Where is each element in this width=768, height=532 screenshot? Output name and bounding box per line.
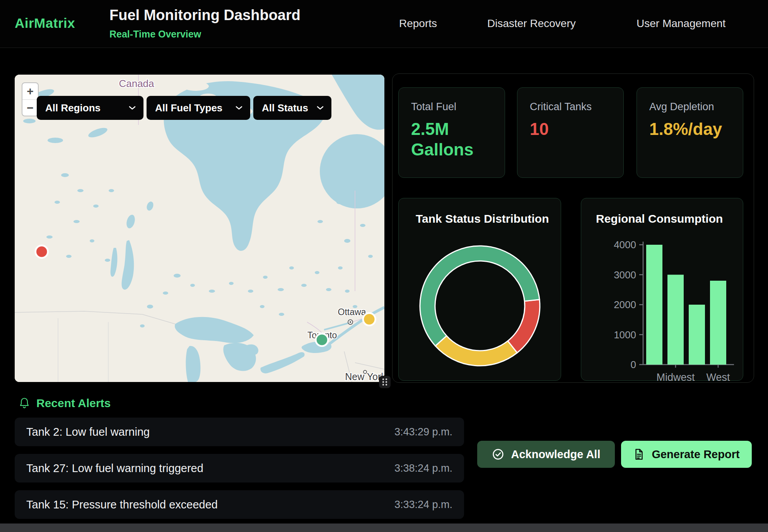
region-filter-select[interactable]: All Regions — [37, 96, 143, 120]
bar-chart: 01000200030004000MidwestWest — [581, 198, 744, 381]
alert-list-item: Tank 27: Low fuel warning triggered 3:38… — [15, 454, 464, 483]
check-circle-icon — [492, 448, 504, 460]
donut-segment-warning — [435, 336, 517, 366]
recent-alerts-header: Recent Alerts — [19, 397, 111, 410]
status-filter-select[interactable]: All Status — [253, 96, 331, 120]
map-zoom-out-button[interactable]: − — [22, 99, 38, 116]
y-axis-tick-label: 4000 — [614, 239, 636, 251]
alert-timestamp: 3:38:24 p.m. — [394, 462, 452, 474]
stat-value: 2.5M Gallons — [411, 119, 492, 160]
page-title: Fuel Monitoring Dashboard — [109, 7, 300, 24]
resize-grip[interactable] — [379, 376, 391, 388]
alert-timestamp: 3:33:24 p.m. — [394, 499, 452, 511]
stat-value: 1.8%/​day — [649, 119, 730, 140]
alert-message: Tank 27: Low fuel warning triggered — [26, 462, 203, 475]
y-axis-tick-label: 2000 — [614, 299, 636, 310]
tank-status-distribution-card: Tank Status Distribution — [398, 198, 561, 381]
nav-item-disaster-recovery[interactable]: Disaster Recovery — [487, 17, 576, 30]
alerts-section-title: Recent Alerts — [36, 397, 111, 410]
tank-marker-normal[interactable] — [316, 334, 328, 346]
chart-title: Tank Status Distribution — [416, 212, 549, 225]
fuel-monitoring-dashboard: AirMatrix Fuel Monitoring Dashboard Real… — [0, 0, 768, 532]
map-label-ottawa: Ottawa — [338, 307, 366, 317]
tank-map-panel[interactable]: Canada Ottawa Toronto New York + − All R… — [15, 75, 384, 382]
map-filter-bar: All Regions All Fuel Types All Status — [37, 96, 331, 120]
chevron-down-icon — [317, 106, 324, 110]
alert-timestamp: 3:43:29 p.m. — [394, 426, 452, 438]
donut-segment-critical — [508, 300, 540, 353]
x-axis-tick-label: Midwest — [656, 372, 695, 381]
nav-item-user-management[interactable]: User Management — [637, 17, 725, 30]
stat-label: Total Fuel — [411, 101, 492, 113]
top-navigation-bar: AirMatrix Fuel Monitoring Dashboard Real… — [0, 0, 768, 48]
regional-consumption-card: Regional Consumption 01000200030004000Mi… — [581, 198, 743, 381]
map-zoom-control: + − — [22, 82, 39, 116]
alert-message: Tank 15: Pressure threshold exceeded — [26, 498, 218, 511]
stat-card-total-fuel: Total Fuel 2.5M Gallons — [398, 87, 505, 178]
x-axis-tick-label: West — [706, 372, 730, 381]
chevron-down-icon — [236, 106, 242, 110]
stat-value: 10 — [530, 119, 611, 140]
status-filter-value: All Status — [262, 102, 308, 114]
nav-item-reports[interactable]: Reports — [399, 17, 437, 30]
consumption-bar — [646, 245, 662, 365]
document-icon — [633, 448, 645, 460]
tank-marker-warning[interactable] — [363, 313, 375, 326]
stat-label: Critical Tanks — [530, 101, 611, 113]
y-axis-tick-label: 3000 — [614, 269, 636, 281]
brand-logo: AirMatrix — [15, 15, 75, 31]
alert-list-item: Tank 2: Low fuel warning 3:43:29 p.m. — [15, 418, 464, 446]
horizontal-scrollbar[interactable] — [0, 523, 768, 532]
y-axis-tick-label: 1000 — [614, 329, 636, 341]
generate-report-label: Generate Report — [652, 448, 739, 461]
alert-message: Tank 2: Low fuel warning — [26, 426, 150, 438]
fuel-type-filter-value: All Fuel Types — [155, 102, 222, 114]
bell-icon — [19, 397, 30, 409]
fuel-type-filter-select[interactable]: All Fuel Types — [147, 96, 250, 120]
stat-card-critical-tanks: Critical Tanks 10 — [517, 87, 624, 178]
grip-dots-icon — [381, 377, 389, 387]
stat-label: Avg Depletion — [649, 101, 730, 113]
map-zoom-in-button[interactable]: + — [22, 83, 38, 99]
consumption-bar — [667, 275, 684, 365]
acknowledge-all-label: Acknowledge All — [511, 448, 601, 461]
consumption-bar — [689, 305, 705, 365]
acknowledge-all-button[interactable]: Acknowledge All — [477, 441, 615, 468]
tank-marker-critical[interactable] — [36, 246, 48, 258]
y-axis-tick-label: 0 — [631, 359, 636, 370]
generate-report-button[interactable]: Generate Report — [621, 441, 752, 468]
chevron-down-icon — [129, 106, 136, 110]
page-subtitle: Real-Time Overview — [109, 29, 201, 40]
openstreetmap-basemap[interactable]: Canada Ottawa Toronto New York — [15, 75, 384, 382]
donut-chart — [414, 240, 546, 372]
alert-list-item: Tank 15: Pressure threshold exceeded 3:3… — [15, 490, 464, 519]
stat-card-avg-depletion: Avg Depletion 1.8%/​day — [637, 87, 743, 178]
map-label-canada: Canada — [119, 78, 154, 89]
consumption-bar — [710, 281, 726, 365]
region-filter-value: All Regions — [45, 102, 101, 114]
